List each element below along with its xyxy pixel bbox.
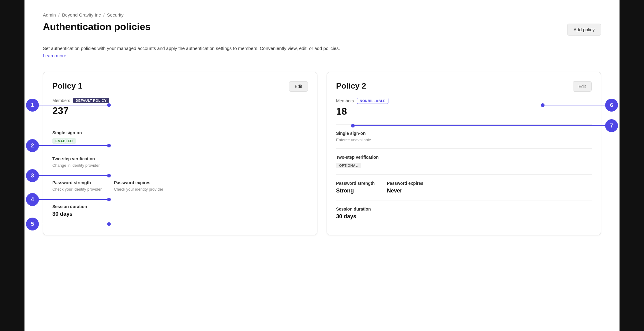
policy-1-members-count: 237 xyxy=(52,105,308,116)
policy-2-nonbillable-badge: NONBILLABLE xyxy=(357,98,388,104)
callout-3: 3 xyxy=(26,169,39,182)
policies-grid: Policy 1 Edit Members DEFAULT POLICY 237… xyxy=(43,72,601,235)
callout-dot-4 xyxy=(107,198,111,201)
policy-1-divider-1 xyxy=(52,124,308,124)
page-description: Set authentication policies with your ma… xyxy=(43,45,349,59)
callout-5: 5 xyxy=(26,218,39,230)
callout-line-7 xyxy=(354,125,605,126)
callout-dot-5 xyxy=(107,222,111,226)
learn-more-link[interactable]: Learn more xyxy=(43,53,66,58)
policy-1-members-section: Members DEFAULT POLICY 237 xyxy=(52,98,308,116)
policy-2-twostep-title: Two-step verification xyxy=(336,155,592,160)
policy-1-pwd-expires-title: Password expires xyxy=(114,180,163,185)
callout-6: 6 xyxy=(605,99,618,112)
callout-7: 7 xyxy=(605,119,618,132)
policy-2-divider-3 xyxy=(336,174,592,175)
policy-2-session-title: Session duration xyxy=(336,207,592,211)
breadcrumb-section[interactable]: Security xyxy=(107,12,124,17)
policy-2-sso-subtitle: Enforce unavailable xyxy=(336,138,592,142)
policy-2-card: Policy 2 Edit Members NONBILLABLE 18 Sin… xyxy=(327,72,601,235)
callout-line-4 xyxy=(39,199,108,200)
callout-2: 2 xyxy=(26,139,39,152)
callout-1: 1 xyxy=(26,99,39,112)
policy-1-card: Policy 1 Edit Members DEFAULT POLICY 237… xyxy=(43,72,317,235)
add-policy-button[interactable]: Add policy xyxy=(567,24,601,36)
callout-dot-7 xyxy=(351,124,355,127)
policy-1-default-badge: DEFAULT POLICY xyxy=(73,98,109,103)
main-content: Admin / Beyond Gravity Inc / Security Au… xyxy=(24,0,620,331)
policy-2-twostep-badge: OPTIONAL xyxy=(336,163,361,168)
policy-2-password-section: Password strength Strong Password expire… xyxy=(336,181,592,194)
callout-line-2 xyxy=(39,145,108,146)
policy-1-divider-3 xyxy=(52,174,308,174)
policy-1-pwd-expires-subtitle: Check your identity provider xyxy=(114,187,163,192)
policy-2-pwd-strength-title: Password strength xyxy=(336,181,375,186)
policy-2-divider-2 xyxy=(336,148,592,149)
policy-1-pwd-expires: Password expires Check your identity pro… xyxy=(114,180,163,192)
breadcrumb-admin[interactable]: Admin xyxy=(43,12,56,17)
callout-dot-1 xyxy=(107,103,111,107)
policy-1-sso-section: Single sign-on ENABLED xyxy=(52,130,308,144)
callout-line-5 xyxy=(39,224,108,224)
policy-2-pwd-strength-value: Strong xyxy=(336,188,375,194)
policies-container: 1 2 3 4 5 6 7 Policy 1 xyxy=(43,72,601,235)
policy-2-session-section: Session duration 30 days xyxy=(336,207,592,220)
policy-1-twostep-title: Two-step verification xyxy=(52,156,308,161)
policy-1-session-title: Session duration xyxy=(52,204,308,209)
policy-2-header: Policy 2 Edit xyxy=(336,81,592,92)
breadcrumb-org[interactable]: Beyond Gravity Inc xyxy=(62,12,101,17)
policy-2-members-label: Members NONBILLABLE xyxy=(336,98,592,104)
policy-2-name: Policy 2 xyxy=(336,81,366,91)
policy-2-divider-4 xyxy=(336,200,592,200)
policy-2-members-section: Members NONBILLABLE 18 xyxy=(336,98,592,117)
policy-2-sso-section: Single sign-on Enforce unavailable xyxy=(336,131,592,142)
policy-2-pwd-expires: Password expires Never xyxy=(387,181,423,194)
policy-1-sso-title: Single sign-on xyxy=(52,130,308,135)
right-sidebar xyxy=(620,0,644,331)
callout-dot-2 xyxy=(107,144,111,147)
policy-2-members-count: 18 xyxy=(336,106,592,117)
callout-4: 4 xyxy=(26,193,39,206)
left-sidebar xyxy=(0,0,24,331)
page-title: Authentication policies xyxy=(43,21,151,32)
breadcrumb-sep2: / xyxy=(103,12,104,17)
header-row: Authentication policies Add policy xyxy=(43,21,601,39)
policy-2-edit-button[interactable]: Edit xyxy=(573,81,592,92)
breadcrumb: Admin / Beyond Gravity Inc / Security xyxy=(43,12,601,17)
policy-1-pwd-strength: Password strength Check your identity pr… xyxy=(52,180,102,192)
policy-1-password-section: Password strength Check your identity pr… xyxy=(52,180,308,192)
breadcrumb-sep1: / xyxy=(58,12,60,17)
callout-dot-6 xyxy=(541,103,545,107)
policy-1-divider-2 xyxy=(52,150,308,150)
policy-1-header: Policy 1 Edit xyxy=(52,81,308,92)
policy-1-pwd-strength-title: Password strength xyxy=(52,180,102,185)
callout-line-6 xyxy=(544,105,605,105)
policy-2-pwd-strength: Password strength Strong xyxy=(336,181,375,194)
callout-line-1 xyxy=(39,105,108,105)
policy-1-name: Policy 1 xyxy=(52,81,82,91)
policy-2-session-value: 30 days xyxy=(336,213,592,220)
policy-1-divider-4 xyxy=(52,198,308,198)
policy-1-twostep-section: Two-step verification Change in identity… xyxy=(52,156,308,168)
policy-1-sso-badge: ENABLED xyxy=(52,138,76,144)
policy-2-twostep-section: Two-step verification OPTIONAL xyxy=(336,155,592,168)
policy-1-twostep-subtitle: Change in identity provider xyxy=(52,163,308,168)
policy-1-session-section: Session duration 30 days xyxy=(52,204,308,217)
policy-1-pwd-strength-subtitle: Check your identity provider xyxy=(52,187,102,192)
policy-2-divider-1 xyxy=(336,124,592,125)
callout-line-3 xyxy=(39,175,108,176)
policy-2-sso-title: Single sign-on xyxy=(336,131,592,136)
policy-1-edit-button[interactable]: Edit xyxy=(289,81,308,92)
policy-1-session-value: 30 days xyxy=(52,211,308,217)
policy-2-pwd-expires-title: Password expires xyxy=(387,181,423,186)
callout-dot-3 xyxy=(107,174,111,177)
policy-1-members-label: Members DEFAULT POLICY xyxy=(52,98,308,103)
policy-2-pwd-expires-value: Never xyxy=(387,188,423,194)
